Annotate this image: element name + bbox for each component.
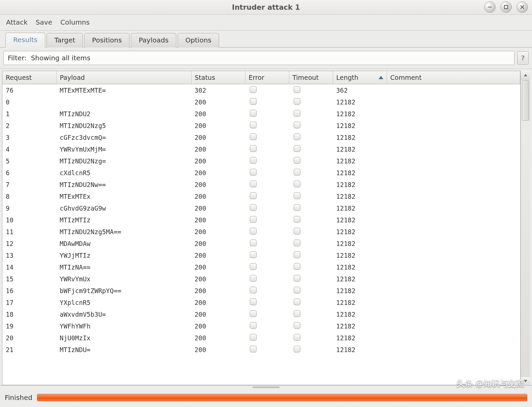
error-checkbox[interactable] xyxy=(250,240,257,246)
table-row[interactable]: 4YWRvYmUxMjM=20012182 xyxy=(2,143,520,155)
table-row[interactable]: 20NjU0MzIx20012182 xyxy=(2,332,520,344)
error-checkbox[interactable] xyxy=(250,110,257,117)
table-row[interactable]: 14MTIzNA==20012182 xyxy=(2,261,520,273)
timeout-checkbox[interactable] xyxy=(294,204,300,211)
table-row[interactable]: 13YWJjMTIz20012182 xyxy=(2,249,520,261)
status-label: Finished xyxy=(5,394,32,402)
error-checkbox[interactable] xyxy=(250,228,257,234)
error-checkbox[interactable] xyxy=(250,122,257,128)
table-row[interactable]: 18aWxvdmV5b3U=20012182 xyxy=(2,308,520,320)
error-checkbox[interactable] xyxy=(250,334,257,341)
table-row[interactable]: 15YWRvYmUx20012182 xyxy=(2,273,520,285)
timeout-checkbox[interactable] xyxy=(294,251,300,258)
error-checkbox[interactable] xyxy=(250,98,257,105)
error-checkbox[interactable] xyxy=(250,216,257,223)
menu-columns[interactable]: Columns xyxy=(60,18,90,26)
table-row[interactable]: 10MTIzMTIz20012182 xyxy=(2,214,520,226)
timeout-checkbox[interactable] xyxy=(294,216,300,223)
column-header-error[interactable]: Error xyxy=(245,71,289,84)
error-checkbox[interactable] xyxy=(250,86,257,93)
cell-comment xyxy=(387,226,520,238)
table-row[interactable]: 11MTIzNDU2Nzg5MA==20012182 xyxy=(2,226,520,238)
tab-options[interactable]: Options xyxy=(178,33,219,48)
table-row[interactable]: 2MTIzNDU2Nzg520012182 xyxy=(2,120,520,131)
progress-bar xyxy=(37,394,527,401)
timeout-checkbox[interactable] xyxy=(294,122,300,128)
window-maximize-button[interactable] xyxy=(500,1,512,13)
statusbar: Finished xyxy=(0,389,532,407)
column-header-comment[interactable]: Comment xyxy=(387,71,520,84)
window-close-button[interactable] xyxy=(516,1,528,13)
error-checkbox[interactable] xyxy=(250,192,257,199)
cell-error xyxy=(245,238,289,249)
timeout-checkbox[interactable] xyxy=(294,157,300,164)
error-checkbox[interactable] xyxy=(250,145,257,152)
timeout-checkbox[interactable] xyxy=(294,192,300,199)
error-checkbox[interactable] xyxy=(250,322,257,329)
tab-target[interactable]: Target xyxy=(47,33,83,48)
menu-save[interactable]: Save xyxy=(36,18,52,26)
table-row[interactable]: 3cGFzc3dvcmQ=20012182 xyxy=(2,131,520,143)
cell-comment xyxy=(387,285,520,296)
timeout-checkbox[interactable] xyxy=(294,346,300,352)
error-checkbox[interactable] xyxy=(250,181,257,187)
timeout-checkbox[interactable] xyxy=(294,181,300,187)
table-row[interactable]: 9cGhvdG9zaG9w20012182 xyxy=(2,202,520,214)
column-header-request[interactable]: Request xyxy=(2,71,56,84)
timeout-checkbox[interactable] xyxy=(294,299,300,305)
filter-box[interactable]: Filter: Showing all items xyxy=(3,51,514,65)
error-checkbox[interactable] xyxy=(250,204,257,211)
timeout-checkbox[interactable] xyxy=(294,169,300,176)
table-row[interactable]: 1MTIzNDU220012182 xyxy=(2,108,520,120)
timeout-checkbox[interactable] xyxy=(294,334,300,341)
timeout-checkbox[interactable] xyxy=(294,240,300,246)
menu-attack[interactable]: Attack xyxy=(6,18,28,26)
column-header-payload[interactable]: Payload xyxy=(56,71,191,84)
split-bar[interactable] xyxy=(0,385,532,389)
error-checkbox[interactable] xyxy=(250,346,257,352)
scroll-thumb[interactable] xyxy=(522,80,529,121)
table-row[interactable]: 17YXplcnR520012182 xyxy=(2,296,520,308)
tab-positions[interactable]: Positions xyxy=(84,33,129,48)
column-header-length[interactable]: Length xyxy=(333,71,387,84)
table-row[interactable]: 76MTExMTExMTE=302362 xyxy=(2,84,520,96)
tab-results[interactable]: Results xyxy=(5,33,45,48)
error-checkbox[interactable] xyxy=(250,275,257,282)
timeout-checkbox[interactable] xyxy=(294,228,300,234)
tab-payloads[interactable]: Payloads xyxy=(131,33,176,48)
table-row[interactable]: 12MDAwMDAw20012182 xyxy=(2,238,520,249)
window-minimize-button[interactable] xyxy=(484,1,496,13)
help-button[interactable]: ? xyxy=(517,51,529,65)
scroll-up-button[interactable] xyxy=(521,71,530,80)
error-checkbox[interactable] xyxy=(250,287,257,293)
error-checkbox[interactable] xyxy=(250,169,257,176)
table-row[interactable]: 19YWFhYWFh20012182 xyxy=(2,320,520,332)
table-row[interactable]: 8MTExMTEx20012182 xyxy=(2,190,520,202)
table-row[interactable]: 020012182 xyxy=(2,96,520,108)
table-row[interactable]: 21MTIzNDU=20012182 xyxy=(2,344,520,355)
timeout-checkbox[interactable] xyxy=(294,133,300,140)
timeout-checkbox[interactable] xyxy=(294,86,300,93)
column-header-status[interactable]: Status xyxy=(191,71,245,84)
vertical-scrollbar[interactable] xyxy=(521,71,530,385)
timeout-checkbox[interactable] xyxy=(294,310,300,317)
timeout-checkbox[interactable] xyxy=(294,287,300,293)
timeout-checkbox[interactable] xyxy=(294,322,300,329)
error-checkbox[interactable] xyxy=(250,133,257,140)
error-checkbox[interactable] xyxy=(250,299,257,305)
error-checkbox[interactable] xyxy=(250,310,257,317)
timeout-checkbox[interactable] xyxy=(294,110,300,117)
timeout-checkbox[interactable] xyxy=(294,98,300,105)
table-row[interactable]: 5MTIzNDU2Nzg=20012182 xyxy=(2,155,520,167)
timeout-checkbox[interactable] xyxy=(294,263,300,270)
table-row[interactable]: 7MTIzNDU2Nw==20012182 xyxy=(2,179,520,190)
column-header-timeout[interactable]: Timeout xyxy=(289,71,333,84)
error-checkbox[interactable] xyxy=(250,251,257,258)
scroll-down-button[interactable] xyxy=(521,376,530,385)
table-row[interactable]: 6cXdlcnR520012182 xyxy=(2,167,520,179)
table-row[interactable]: 16bWFjcm9tZWRpYQ==20012182 xyxy=(2,285,520,296)
error-checkbox[interactable] xyxy=(250,157,257,164)
timeout-checkbox[interactable] xyxy=(294,275,300,282)
error-checkbox[interactable] xyxy=(250,263,257,270)
timeout-checkbox[interactable] xyxy=(294,145,300,152)
